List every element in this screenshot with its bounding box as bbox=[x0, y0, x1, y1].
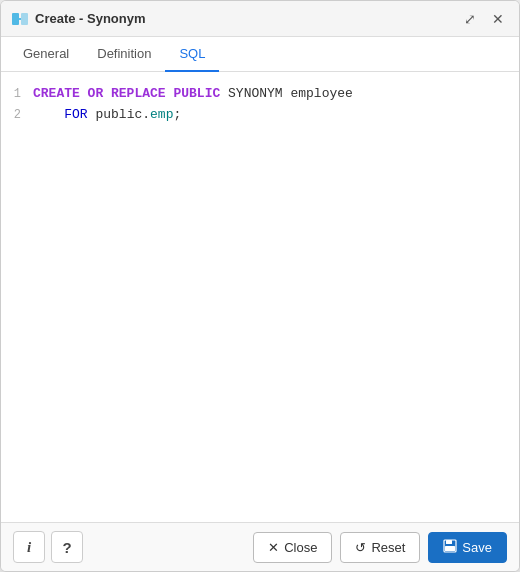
help-button[interactable]: ? bbox=[51, 531, 83, 563]
footer-right: ✕ Close ↺ Reset Save bbox=[253, 532, 507, 563]
dialog-title: Create - Synonym bbox=[35, 11, 453, 26]
reset-label: Reset bbox=[371, 540, 405, 555]
line-content-1: CREATE OR REPLACE PUBLIC SYNONYM employe… bbox=[33, 84, 519, 105]
svg-rect-0 bbox=[12, 13, 19, 25]
save-icon bbox=[443, 539, 457, 556]
tab-general[interactable]: General bbox=[9, 37, 83, 72]
code-line-2: 2 FOR public.emp; bbox=[1, 105, 519, 126]
line-number-2: 2 bbox=[1, 106, 33, 125]
save-label: Save bbox=[462, 540, 492, 555]
svg-rect-5 bbox=[445, 546, 455, 551]
save-button[interactable]: Save bbox=[428, 532, 507, 563]
close-button[interactable]: ✕ Close bbox=[253, 532, 332, 563]
expand-button[interactable]: ⤢ bbox=[459, 9, 481, 29]
close-title-button[interactable]: ✕ bbox=[487, 9, 509, 29]
footer-left: i ? bbox=[13, 531, 83, 563]
reset-icon: ↺ bbox=[355, 540, 366, 555]
synonym-icon bbox=[11, 10, 29, 28]
tab-bar: General Definition SQL bbox=[1, 37, 519, 72]
footer: i ? ✕ Close ↺ Reset bbox=[1, 522, 519, 571]
line-content-2: FOR public.emp; bbox=[33, 105, 519, 126]
tab-definition[interactable]: Definition bbox=[83, 37, 165, 72]
create-synonym-dialog: Create - Synonym ⤢ ✕ General Definition … bbox=[0, 0, 520, 572]
svg-rect-1 bbox=[21, 13, 28, 25]
close-x-icon: ✕ bbox=[268, 540, 279, 555]
svg-rect-4 bbox=[446, 540, 452, 544]
help-icon: ? bbox=[62, 539, 71, 556]
info-button[interactable]: i bbox=[13, 531, 45, 563]
title-bar: Create - Synonym ⤢ ✕ bbox=[1, 1, 519, 37]
sql-code-area: 1 CREATE OR REPLACE PUBLIC SYNONYM emplo… bbox=[1, 72, 519, 522]
line-number-1: 1 bbox=[1, 85, 33, 104]
tab-sql[interactable]: SQL bbox=[165, 37, 219, 72]
close-label: Close bbox=[284, 540, 317, 555]
code-line-1: 1 CREATE OR REPLACE PUBLIC SYNONYM emplo… bbox=[1, 84, 519, 105]
reset-button[interactable]: ↺ Reset bbox=[340, 532, 420, 563]
info-icon: i bbox=[27, 539, 31, 556]
